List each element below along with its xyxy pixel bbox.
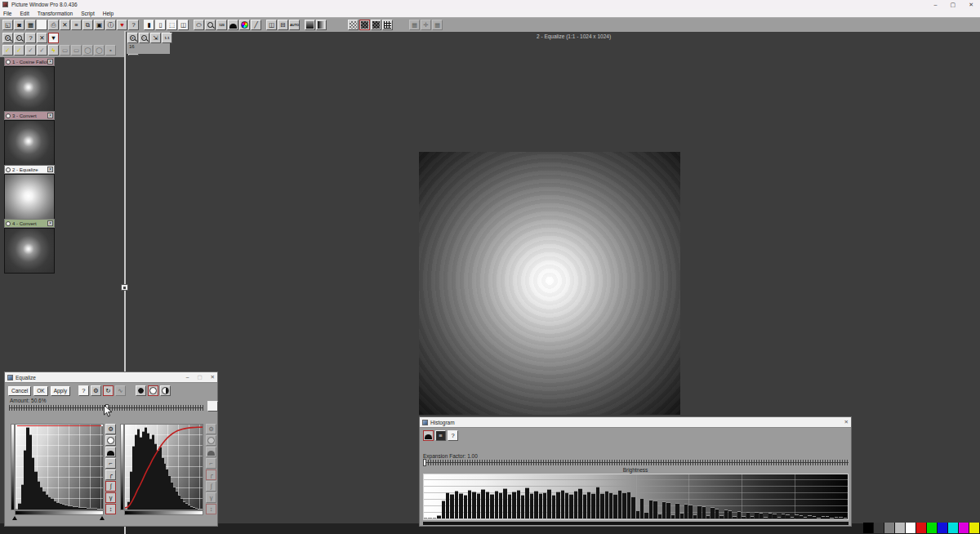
copy-icon[interactable]: ⧉ [82, 20, 93, 30]
softproof-icon[interactable]: ✛ [421, 20, 431, 30]
step-curve-icon[interactable]: ⌐ [206, 458, 216, 469]
settings-icon[interactable]: ⚙ [206, 424, 216, 434]
splitter-handle[interactable] [121, 284, 128, 291]
black-point-icon[interactable] [136, 385, 146, 396]
gradient-light-icon[interactable] [316, 20, 327, 30]
ellipse-select2-icon[interactable]: ◯ [94, 45, 105, 56]
split-horizontal-icon[interactable]: ⊟ [278, 20, 288, 30]
print-icon[interactable]: ⎙ [48, 20, 59, 30]
ok-button[interactable]: OK [33, 386, 47, 396]
window-titlebar[interactable]: Picture Window Pro 8.0.436 – ▢ ✕ [0, 0, 980, 9]
expansion-slider-thumb[interactable] [423, 459, 426, 466]
thumbnail-image[interactable] [4, 120, 55, 166]
zoom-out-icon[interactable]: − [139, 33, 149, 43]
refresh-icon[interactable]: ↻ [103, 385, 114, 396]
amount-value-box[interactable] [207, 401, 218, 412]
palette-swatch[interactable] [916, 523, 927, 533]
main-image[interactable] [419, 152, 680, 415]
histogram-tool-icon[interactable] [228, 20, 238, 30]
output-histogram-panel[interactable] [120, 424, 203, 515]
zoom-out-icon[interactable]: − [14, 33, 24, 43]
visibility-dot-icon[interactable] [6, 113, 11, 118]
thumbnail-image[interactable] [4, 66, 55, 112]
visibility-dot-icon[interactable] [6, 60, 11, 65]
palette-swatch[interactable] [874, 523, 884, 533]
thumbnail-header[interactable]: 2 - Equalize✕ [4, 165, 55, 174]
close-icon[interactable]: ✕ [47, 220, 53, 226]
new-image-icon[interactable]: ◙ [14, 20, 24, 30]
thumbnail-header[interactable]: 3 - Convert✕ [4, 111, 55, 120]
gamma-curve-icon[interactable]: γ [206, 492, 216, 503]
menu-help[interactable]: Help [103, 11, 114, 16]
input-histogram-panel[interactable] [11, 424, 104, 515]
circle-mode-icon[interactable] [105, 435, 116, 446]
list-icon[interactable]: ≡ [71, 20, 82, 30]
pane-split-icon[interactable]: ◫ [178, 20, 189, 30]
s-curve-icon[interactable]: ∫ [105, 481, 116, 492]
palette-swatch[interactable] [959, 523, 969, 533]
check-gray-icon[interactable]: ✓ [25, 45, 36, 56]
black-point-marker[interactable] [12, 516, 17, 520]
ellipse-select-icon[interactable]: ◯ [82, 45, 93, 56]
zone-check-dark-icon[interactable] [359, 20, 370, 30]
readout-icon[interactable]: ⬭ [194, 20, 204, 30]
histogram-mode-icon[interactable] [206, 447, 216, 457]
pane-dashed-icon[interactable]: ⬚ [167, 20, 177, 30]
soft-curve-icon[interactable]: ╭ [206, 469, 216, 480]
palette-swatch[interactable] [938, 523, 948, 533]
menu-edit[interactable]: Edit [20, 11, 29, 16]
spinner-icon[interactable]: ↕ [105, 504, 116, 514]
palette-swatch[interactable] [884, 523, 895, 533]
histogram-view-icon[interactable] [423, 430, 434, 441]
digitizer-icon[interactable]: ▦ [25, 20, 36, 30]
auto-icon[interactable]: AUTO [289, 20, 300, 30]
visibility-dot-icon[interactable] [6, 167, 11, 172]
rect-select2-icon[interactable]: ▭ [71, 45, 82, 56]
help-button[interactable]: ? [78, 385, 89, 396]
pane-2-icon[interactable]: ▯ [155, 20, 166, 30]
palette-swatch[interactable] [863, 523, 874, 533]
settings-icon[interactable]: ⚙ [105, 424, 116, 434]
zoom-fit-icon[interactable]: ⇲ [150, 33, 161, 43]
blank-image-icon[interactable] [37, 20, 47, 30]
white-point-marker[interactable] [100, 516, 105, 520]
help-icon[interactable]: ? [25, 33, 36, 43]
close-icon[interactable]: ✕ [47, 59, 53, 65]
magnifier-icon[interactable] [205, 20, 216, 30]
apply-button[interactable]: Apply [51, 386, 70, 396]
probe-icon[interactable]: ∿ [115, 385, 126, 396]
thumbnail-image[interactable] [4, 228, 55, 274]
palette-swatch[interactable] [927, 523, 938, 533]
open-image-icon[interactable]: ◱ [2, 20, 13, 30]
step-curve-icon[interactable]: ⌐ [105, 458, 116, 469]
s-curve-icon[interactable]: ∫ [206, 481, 216, 492]
tool-dropdown[interactable]: ▼ [48, 33, 59, 43]
proof-icon[interactable]: ▦ [409, 20, 420, 30]
histogram-mode-icon[interactable] [105, 447, 116, 457]
restore-button[interactable]: ▢ [951, 2, 956, 8]
help-icon[interactable]: ? [128, 20, 139, 30]
palette-swatch[interactable] [906, 523, 916, 533]
menu-script[interactable]: Script [81, 11, 95, 16]
palette-swatch[interactable] [895, 523, 906, 533]
close-button[interactable]: ✕ [844, 419, 849, 425]
restore-button[interactable]: ▢ [197, 374, 202, 380]
expansion-slider[interactable] [423, 460, 849, 465]
mid-point-icon[interactable] [160, 385, 171, 396]
zone-check-mid-icon[interactable] [371, 20, 381, 30]
zone-check-light-icon[interactable] [348, 20, 359, 30]
thumbnail-header[interactable]: 1 - Cosine Falloff✕ [4, 57, 55, 66]
close-icon[interactable]: ✕ [47, 167, 53, 172]
split-vertical-icon[interactable]: ◫ [266, 20, 277, 30]
spinner-icon[interactable]: ↕ [206, 504, 216, 514]
palette-swatch[interactable] [948, 523, 959, 533]
info-icon[interactable]: ⓘ [105, 20, 116, 30]
gradient-dark-icon[interactable] [305, 20, 315, 30]
palette-swatch[interactable] [969, 523, 980, 533]
zoom-1to1-icon[interactable]: 1:1 [162, 33, 172, 43]
apply-all-check-icon[interactable]: ✓ [14, 45, 24, 56]
visibility-dot-icon[interactable] [6, 221, 11, 226]
zoom-in-icon[interactable]: + [2, 33, 13, 43]
pane-1-icon[interactable]: ▮ [144, 20, 154, 30]
white-point-icon[interactable] [148, 385, 158, 396]
